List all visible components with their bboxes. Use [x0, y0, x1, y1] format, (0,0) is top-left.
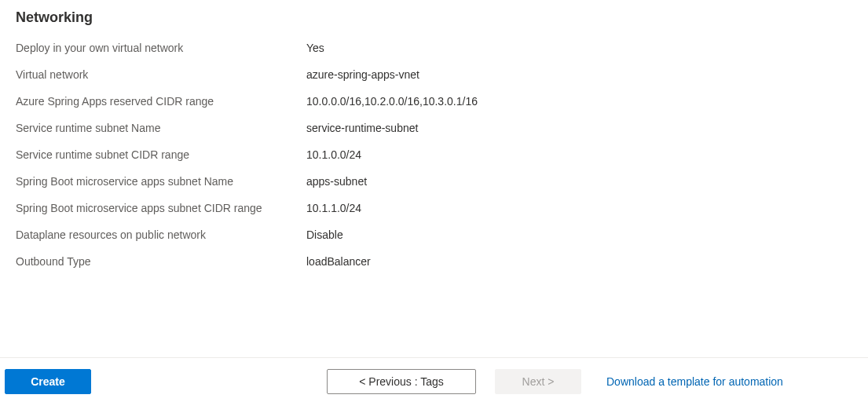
- field-label: Spring Boot microservice apps subnet CID…: [16, 200, 306, 216]
- field-value: loadBalancer: [306, 254, 371, 269]
- field-runtime-subnet-name: Service runtime subnet Name service-runt…: [16, 120, 852, 136]
- field-value: azure-spring-apps-vnet: [306, 67, 419, 82]
- field-value: 10.1.0.0/24: [306, 147, 361, 163]
- field-label: Outbound Type: [16, 254, 306, 269]
- field-label: Virtual network: [16, 67, 306, 82]
- field-virtual-network: Virtual network azure-spring-apps-vnet: [16, 67, 852, 82]
- field-deploy-own-vnet: Deploy in your own virtual network Yes: [16, 40, 852, 56]
- field-value: service-runtime-subnet: [306, 120, 418, 136]
- field-value: apps-subnet: [306, 174, 367, 189]
- field-value: Yes: [306, 40, 324, 56]
- field-outbound-type: Outbound Type loadBalancer: [16, 254, 852, 269]
- field-label: Azure Spring Apps reserved CIDR range: [16, 93, 306, 109]
- field-value: Disable: [306, 227, 343, 243]
- field-label: Spring Boot microservice apps subnet Nam…: [16, 174, 306, 189]
- previous-button[interactable]: < Previous : Tags: [327, 369, 476, 394]
- field-label: Service runtime subnet CIDR range: [16, 147, 306, 163]
- download-template-link[interactable]: Download a template for automation: [606, 375, 783, 388]
- next-button: Next >: [495, 369, 581, 394]
- field-apps-subnet-cidr: Spring Boot microservice apps subnet CID…: [16, 200, 852, 216]
- create-button[interactable]: Create: [5, 369, 91, 394]
- field-value: 10.0.0.0/16,10.2.0.0/16,10.3.0.1/16: [306, 93, 478, 109]
- field-value: 10.1.1.0/24: [306, 200, 361, 216]
- networking-section: Networking Deploy in your own virtual ne…: [0, 0, 868, 269]
- section-title: Networking: [16, 9, 852, 26]
- field-apps-subnet-name: Spring Boot microservice apps subnet Nam…: [16, 174, 852, 189]
- field-runtime-subnet-cidr: Service runtime subnet CIDR range 10.1.0…: [16, 147, 852, 163]
- field-dataplane-public: Dataplane resources on public network Di…: [16, 227, 852, 243]
- field-label: Deploy in your own virtual network: [16, 40, 306, 56]
- field-label: Dataplane resources on public network: [16, 227, 306, 243]
- wizard-footer: Create < Previous : Tags Next > Download…: [0, 357, 868, 402]
- field-reserved-cidr: Azure Spring Apps reserved CIDR range 10…: [16, 93, 852, 109]
- field-label: Service runtime subnet Name: [16, 120, 306, 136]
